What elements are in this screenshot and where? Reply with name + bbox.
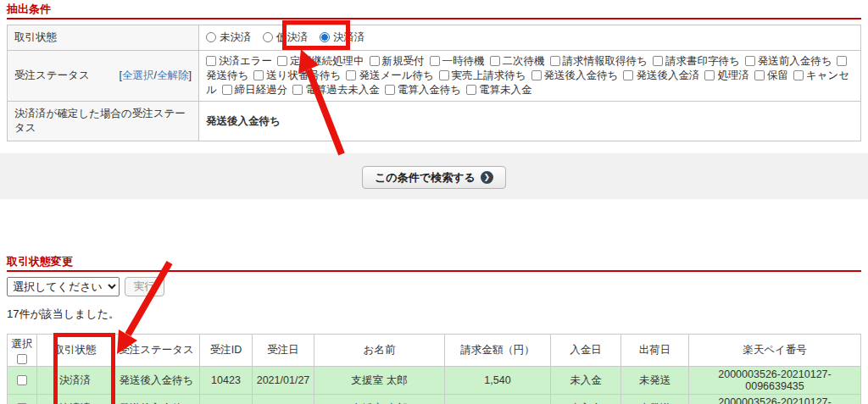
radio-settled[interactable]: 決済済 <box>320 30 365 45</box>
cell-billing-amount: 1,540 <box>445 367 551 395</box>
select-all-checkbox[interactable] <box>17 354 27 364</box>
checkbox-icon[interactable] <box>253 70 264 80</box>
checkbox-icon[interactable] <box>623 70 633 80</box>
header-deposit-date: 入金日 <box>551 335 621 367</box>
order-status-checkbox-item[interactable]: 発送メール待ち <box>346 69 433 81</box>
order-admin-page: 抽出条件 取引状態 未決済 仮決済 決済済 <box>0 0 868 404</box>
confirmed-status-value: 発送後入金待ち <box>206 115 281 127</box>
radio-unsettled-label: 未決済 <box>220 30 252 45</box>
order-status-checkbox-item[interactable]: 締日経過分 <box>222 84 288 96</box>
execute-button[interactable]: 実行 <box>125 277 164 296</box>
status-change-select[interactable]: 選択してください <box>7 277 120 296</box>
checkbox-icon[interactable] <box>704 70 715 80</box>
order-status-checkbox-item[interactable]: 決済エラー <box>206 55 272 67</box>
header-order-status: 受注ステータス <box>114 335 200 367</box>
cell-deposit-date: 未入金 <box>551 367 621 395</box>
transaction-status-row: 取引状態 未決済 仮決済 決済済 <box>8 25 861 51</box>
order-id-link[interactable]: 10422 <box>200 395 253 404</box>
clear-all-link[interactable]: 全解除 <box>157 69 189 81</box>
transaction-status-options: 未決済 仮決済 決済済 <box>199 25 861 51</box>
status-change-controls: 選択してください 実行 <box>7 277 861 296</box>
order-row: 決済済 発送後入金待ち 10423 2021/01/27 支援室 太郎 1,54… <box>8 367 861 395</box>
checkbox-icon[interactable] <box>653 56 663 66</box>
order-status-checkbox-item[interactable]: 発送前入金待ち <box>745 55 832 67</box>
cell-select <box>8 395 37 404</box>
checkbox-icon[interactable] <box>370 56 380 66</box>
radio-unsettled-icon[interactable] <box>206 32 216 42</box>
checkbox-icon[interactable] <box>206 56 216 66</box>
checkbox-icon[interactable] <box>837 56 847 66</box>
order-status-checkbox-label: 発送後入金待ち <box>544 69 619 81</box>
order-status-checkbox-label: 処理済 <box>717 69 749 81</box>
transaction-status-label: 取引状態 <box>8 25 199 51</box>
row-select-checkbox[interactable] <box>17 375 27 385</box>
radio-settled-label: 決済済 <box>333 30 365 45</box>
order-status-checkbox-item[interactable]: 一時待機 <box>430 55 485 67</box>
radio-provisional-icon[interactable] <box>263 32 273 42</box>
order-status-checkbox-label: 締日経過分 <box>235 84 288 96</box>
order-status-checkbox-item[interactable]: 保留 <box>754 69 788 81</box>
radio-provisional[interactable]: 仮決済 <box>263 30 309 45</box>
header-customer-name: お名前 <box>314 335 445 367</box>
order-id-link[interactable]: 10423 <box>200 367 253 395</box>
order-status-checkbox-label: 発送メール待ち <box>359 69 433 81</box>
status-change-section-title: 取引状態変更 <box>7 252 861 268</box>
order-status-checkbox-item[interactable]: 請求情報取得待ち <box>550 55 648 67</box>
checkbox-icon[interactable] <box>430 56 440 66</box>
cell-order-date: 2021/01/27 <box>253 395 314 404</box>
order-status-checkbox-item[interactable]: 電算未入金 <box>466 84 532 96</box>
order-status-checkbox-label: 電算入金待ち <box>398 84 461 96</box>
checkbox-icon[interactable] <box>222 85 232 95</box>
checkbox-icon[interactable] <box>346 70 356 80</box>
cell-shipping-date: 未発送 <box>621 395 689 404</box>
order-status-checkbox-item[interactable]: 発送後入金済 <box>623 69 699 81</box>
cell-customer-name: 支援室 太郎 <box>314 367 445 395</box>
orders-table: 選択 取引状態 受注ステータス 受注ID 受注日 お名前 請求金額（円） 入金日… <box>7 334 861 404</box>
order-status-checkbox-label: 請求書印字待ち <box>665 55 740 67</box>
order-status-checkbox-item[interactable]: 請求書印字待ち <box>653 55 740 67</box>
order-status-checkbox-item[interactable]: 送り状番号待ち <box>253 69 341 81</box>
order-status-label: 受注ステータス <box>14 69 90 83</box>
radio-settled-icon[interactable] <box>320 32 330 42</box>
bracket: ] <box>189 69 192 81</box>
section-divider <box>7 18 861 19</box>
search-button-label: この条件で検索する <box>375 170 476 185</box>
checkbox-icon[interactable] <box>466 85 476 95</box>
header-select-label: 選択 <box>12 338 33 350</box>
header-select: 選択 <box>8 335 37 367</box>
order-status-checkbox-item[interactable]: 処理済 <box>704 69 749 81</box>
order-status-checkbox-item[interactable]: 定期継続処理中 <box>277 55 364 67</box>
order-status-checkbox-label: 定期継続処理中 <box>290 55 364 67</box>
confirmed-status-row: 決済済が確定した場合の受注ステータス 発送後入金待ち <box>8 102 861 141</box>
order-status-checkbox-item[interactable]: 実売上請求待ち <box>439 69 526 81</box>
checkbox-icon[interactable] <box>277 56 287 66</box>
cell-customer-name: 支援室 太郎 <box>314 395 445 404</box>
checkbox-icon[interactable] <box>292 85 303 95</box>
order-status-checkbox-label: 送り状番号待ち <box>266 69 341 81</box>
checkbox-icon[interactable] <box>754 70 765 80</box>
checkbox-icon[interactable] <box>793 70 804 80</box>
cell-deposit-date: 未入金 <box>551 395 621 404</box>
cell-order-date: 2021/01/27 <box>253 367 314 395</box>
cell-order-status: 発送後入金待ち <box>114 395 200 404</box>
search-button[interactable]: この条件で検索する <box>362 166 506 189</box>
checkbox-icon[interactable] <box>490 56 500 66</box>
checkbox-icon[interactable] <box>745 56 755 66</box>
confirmed-status-label: 決済済が確定した場合の受注ステータス <box>8 102 199 141</box>
order-status-checkbox-label: 新規受付 <box>382 55 425 67</box>
order-status-checkbox-item[interactable]: 電算入金待ち <box>385 84 461 96</box>
order-status-checkbox-label: 二次待機 <box>503 55 545 67</box>
order-status-checkbox-item[interactable]: 発送後入金待ち <box>531 69 619 81</box>
order-status-checkbox-label: 実売上請求待ち <box>452 69 526 81</box>
order-status-checkbox-item[interactable]: 新規受付 <box>370 55 425 67</box>
order-status-checkbox-item[interactable]: 電算過去未入金 <box>292 84 380 96</box>
order-status-checkbox-label: 発送後入金済 <box>636 69 699 81</box>
checkbox-icon[interactable] <box>439 70 449 80</box>
radio-unsettled[interactable]: 未決済 <box>206 30 252 45</box>
checkbox-icon[interactable] <box>531 70 542 80</box>
order-status-checkbox-item[interactable]: 二次待機 <box>490 55 545 67</box>
select-all-link[interactable]: 全選択 <box>122 69 154 81</box>
order-status-bulk-links: [全選択/全解除] <box>120 69 192 83</box>
checkbox-icon[interactable] <box>550 56 560 66</box>
checkbox-icon[interactable] <box>385 85 395 95</box>
